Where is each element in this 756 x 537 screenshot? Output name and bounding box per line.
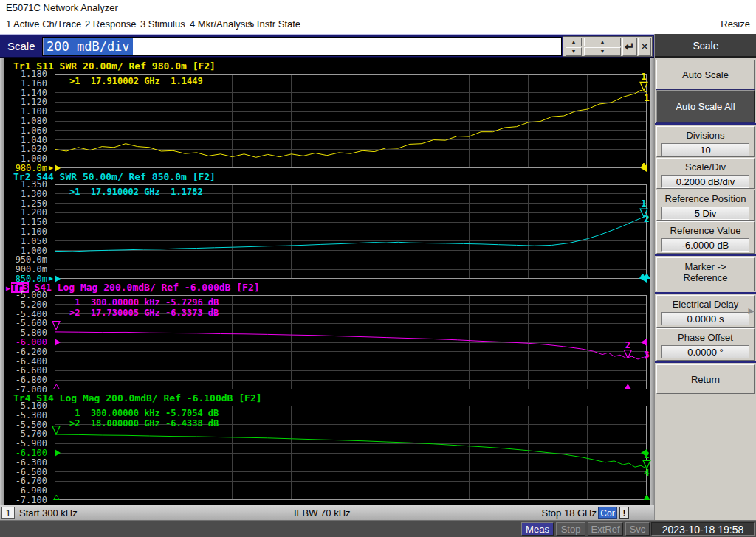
trace-number-indicator: 1	[644, 92, 650, 103]
menu-item-1[interactable]: 1 Active Ch/Trace	[6, 18, 81, 30]
softkey-divisions[interactable]: Divisions10	[656, 126, 755, 157]
y-tick-label: -7.100	[1, 495, 47, 505]
scale-entry-input[interactable]: 200 mdB/div	[42, 37, 562, 56]
window-title-bar: E5071C Network Analyzer	[0, 0, 756, 15]
spin-up-small-icon[interactable]: ▲	[566, 38, 582, 46]
softkey-label: Scale/Div	[657, 162, 754, 173]
softkey-label: Marker ->	[657, 261, 754, 272]
softkey-label: Reference Value	[657, 225, 754, 236]
trace-display-area: Tr1 S11 SWR 20.00m/ Ref 980.0m [F2]1.180…	[0, 58, 654, 505]
softkey-value: -6.0000 dB	[662, 238, 749, 252]
marker-readout: >1 17.910002 GHz 1.1782	[69, 187, 203, 197]
softkey-label-line2: Reference	[657, 272, 754, 283]
spin-down-small-icon[interactable]: ▼	[566, 47, 582, 56]
system-chip-extref: ExtRef	[588, 522, 623, 536]
instrument-screen: E5071C Network Analyzer Resize 1 Active …	[0, 0, 756, 537]
softkey-separator	[655, 361, 756, 363]
system-chip-stop: Stop	[556, 522, 585, 536]
datetime-display: 2023-10-18 19:58	[651, 522, 755, 536]
softkey-phase-offset[interactable]: Phase Offset0.0000 °	[656, 328, 755, 361]
resize-button[interactable]: Resize	[721, 18, 750, 30]
svg-text:1: 1	[641, 198, 646, 209]
softkey-marker[interactable]: Marker ->Reference	[656, 257, 755, 291]
marker-readout: >2 18.000000 GHz -6.4338 dB	[69, 418, 219, 429]
menu-item-5[interactable]: 5 Instr State	[249, 18, 300, 30]
svg-text:1: 1	[641, 72, 646, 82]
menu-item-2[interactable]: 2 Response	[85, 18, 136, 30]
menu-item-4[interactable]: 4 Mkr/Analysis	[190, 18, 252, 30]
entry-controls: ▲▼▲▼↵✕	[563, 36, 653, 57]
correction-status-badge: Cor	[598, 507, 617, 519]
trace-number-indicator: 3	[644, 349, 650, 360]
channel-number-badge: 1	[1, 507, 15, 519]
scale-entry-value[interactable]: 200 mdB/div	[44, 38, 133, 55]
softkey-menu: Scale Auto ScaleAuto Scale AllDivisions1…	[654, 34, 756, 520]
system-chip-svc: Svc	[625, 522, 650, 536]
menu-item-3[interactable]: 3 Stimulus	[140, 18, 185, 30]
trace-header-text: S11 SWR 20.00m/ Ref 980.0m [F2]	[30, 60, 215, 72]
spin-down-large-icon[interactable]: ▼	[584, 47, 621, 56]
menu-bar: Resize 1 Active Ch/Trace2 Response3 Stim…	[0, 15, 756, 34]
softkey-value: 0.2000 dB/div	[662, 175, 749, 188]
softkey-label: Phase Offset	[657, 332, 754, 343]
trace-number-indicator: 4	[644, 467, 650, 478]
softkey-reference-value[interactable]: Reference Value-6.0000 dB	[656, 221, 755, 254]
softkey-label: Electrical Delay	[657, 299, 754, 310]
softkey-value: 0.0000 s	[662, 312, 749, 325]
softkey-separator	[655, 254, 756, 256]
trace-header-text: S41 Log Mag 200.0mdB/ Ref -6.000dB [F2]	[29, 282, 260, 293]
softkey-menu-title: Scale	[655, 34, 756, 58]
softkey-label: Auto Scale	[657, 63, 754, 87]
marker-readout: >1 17.910002 GHz 1.1449	[69, 76, 203, 86]
softkey-reference-position[interactable]: Reference Position5 Div	[656, 190, 755, 221]
stimulus-stop-label: Stop 18 GHz	[542, 507, 597, 519]
stimulus-start-label: Start 300 kHz	[19, 507, 78, 519]
trace-plot-Tr1: 11	[55, 74, 654, 174]
trace-number-indicator: 2	[644, 213, 650, 224]
entry-bar-label: Scale	[7, 40, 35, 52]
softkey-label: Auto Scale All	[657, 94, 754, 120]
scale-entry-bar: Scale 200 mdB/div ▲▼▲▼↵✕	[0, 34, 654, 58]
softkey-scale-div[interactable]: Scale/Div0.2000 dB/div	[656, 158, 755, 189]
trace-header-text: S44 SWR 50.00m/ Ref 850.0m [F2]	[30, 171, 215, 182]
submenu-arrow-icon: ▶	[749, 306, 755, 316]
softkey-label: Reference Position	[657, 193, 754, 204]
softkey-auto-scale-all[interactable]: Auto Scale All	[656, 90, 755, 122]
trace-header-text: S14 Log Mag 200.0mdB/ Ref -6.100dB [F2]	[30, 392, 261, 403]
softkey-electrical-delay[interactable]: Electrical Delay0.0000 s▶	[656, 295, 755, 328]
softkey-label: Divisions	[657, 130, 754, 141]
trace-plot-Tr2: 12	[55, 184, 654, 285]
app-title: E5071C Network Analyzer	[6, 2, 118, 13]
softkey-separator	[655, 123, 756, 125]
softkey-label: Return	[657, 368, 754, 392]
alert-badge: !	[619, 507, 629, 519]
marker-readout: >2 17.730005 GHz -6.3373 dB	[69, 308, 219, 318]
spin-up-large-icon[interactable]: ▲	[584, 38, 621, 46]
svg-text:2: 2	[644, 450, 649, 460]
softkey-value: 5 Div	[662, 207, 749, 220]
marker-readout: 1 300.00000 kHz -5.7054 dB	[69, 408, 219, 418]
svg-text:2: 2	[625, 340, 630, 350]
softkey-value: 10	[662, 143, 749, 156]
system-status-bar: 2023-10-18 19:58 MeasStopExtRefSvc	[0, 520, 756, 537]
channel-status-bar: 1 Start 300 kHz IFBW 70 kHz Stop 18 GHz …	[0, 505, 654, 520]
softkey-separator	[655, 292, 756, 294]
softkey-auto-scale[interactable]: Auto Scale	[656, 60, 755, 89]
system-chip-meas: Meas	[521, 522, 554, 536]
marker-readout: 1 300.00000 kHz -5.7296 dB	[69, 297, 219, 308]
softkey-value: 0.0000 °	[662, 345, 749, 358]
entry-enter-icon[interactable]: ↵	[622, 38, 637, 56]
entry-close-icon[interactable]: ✕	[638, 38, 651, 56]
ifbw-label: IFBW 70 kHz	[294, 507, 351, 519]
softkey-return[interactable]: Return	[656, 364, 755, 394]
